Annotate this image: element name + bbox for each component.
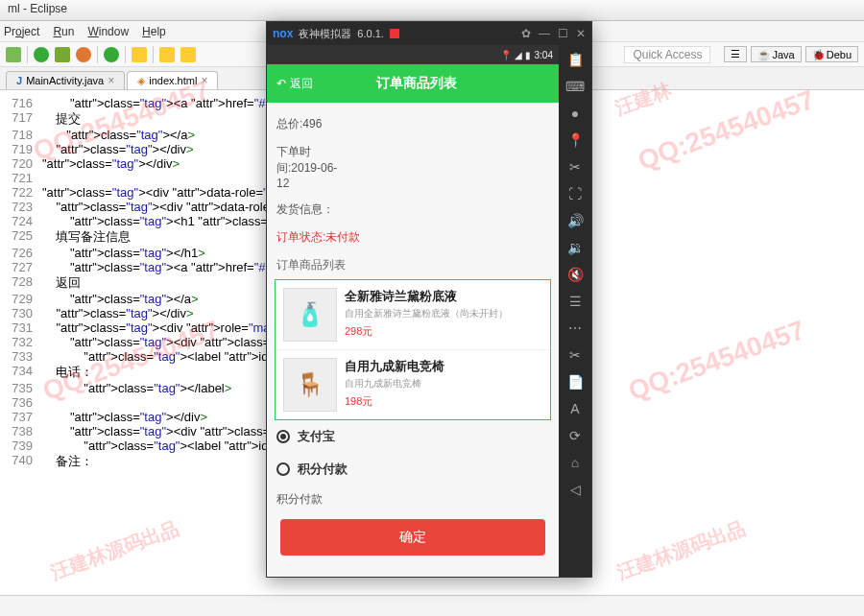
sidebar-tool-icon[interactable]: ✂ (566, 158, 584, 176)
product-price: 198元 (345, 394, 542, 409)
android-status-bar: 📍 ◢ ▮ 3:04 (267, 45, 559, 64)
nox-logo: nox (273, 27, 293, 40)
settings-icon[interactable]: ✿ (521, 27, 531, 40)
emulator-version: 6.0.1. (357, 28, 384, 39)
line-number: 733 (0, 349, 42, 364)
status-time: 3:04 (535, 50, 553, 60)
line-number: 725 (0, 228, 42, 246)
line-number: 716 (0, 96, 42, 110)
perspective-debug[interactable]: 🐞Debu (805, 46, 858, 62)
product-desc: 自用全新雅诗兰黛粉底液（尚未开封） (345, 307, 542, 320)
line-number: 740 (0, 453, 42, 470)
sidebar-tool-icon[interactable]: ⌨ (566, 78, 584, 95)
order-status: 订单状态:未付款 (275, 224, 551, 251)
sidebar-tool-icon[interactable]: ● (566, 105, 584, 122)
sidebar-tool-icon[interactable]: A (566, 400, 584, 417)
perspective-open-icon[interactable]: ☰ (724, 46, 747, 62)
line-number: 721 (0, 171, 42, 185)
phone-screen: 📍 ◢ ▮ 3:04 ↶ 返回 订单商品列表 总价:496 下单时 间:2019… (267, 45, 559, 577)
line-number: 723 (0, 200, 42, 214)
delivery-info: 发货信息： (275, 196, 551, 224)
run-icon[interactable] (34, 47, 49, 62)
line-number: 728 (0, 274, 42, 292)
debug-icon: 🐞 (812, 49, 824, 60)
ext-run-icon[interactable] (76, 47, 91, 62)
menu-help[interactable]: Help (142, 25, 166, 38)
sidebar-tool-icon[interactable]: ☰ (566, 293, 584, 310)
java-icon: ☕ (757, 49, 769, 60)
minimize-icon[interactable]: — (539, 27, 550, 40)
nav-fwd-icon[interactable] (180, 47, 196, 62)
status-bar (0, 595, 864, 616)
nav-back-icon[interactable] (159, 47, 175, 62)
total-price: 总价:496 (275, 110, 551, 138)
sidebar-tool-icon[interactable]: ⋯ (566, 320, 584, 337)
launch-icon[interactable] (104, 47, 119, 62)
line-number: 738 (0, 424, 42, 438)
back-button[interactable]: ↶ 返回 (276, 76, 313, 92)
close-icon[interactable]: × (108, 74, 114, 87)
product-list: 🧴 全新雅诗兰黛粉底液 自用全新雅诗兰黛粉底液（尚未开封） 298元 🪑 自用九… (275, 279, 551, 420)
menu-run[interactable]: Run (53, 25, 74, 38)
product-thumb: 🧴 (283, 288, 337, 342)
perspective-switcher: ☰ ☕Java 🐞Debu (724, 46, 858, 62)
product-name: 自用九成新电竞椅 (345, 358, 542, 375)
emulator-sidebar: 📋⌨●📍✂⛶🔊🔉🔇☰⋯✂📄A⟳⌂◁ (559, 45, 591, 577)
line-number: 735 (0, 381, 42, 395)
sidebar-tool-icon[interactable]: ⟳ (566, 427, 584, 444)
tab-index-html[interactable]: ◈index.html× (127, 71, 218, 89)
perspective-java[interactable]: ☕Java (751, 46, 801, 62)
window-title: ml - Eclipse (0, 0, 864, 21)
close-icon[interactable]: × (201, 74, 207, 87)
toolbar-icon[interactable] (6, 47, 21, 62)
line-number: 737 (0, 410, 42, 424)
search-icon[interactable] (132, 47, 147, 62)
quick-access-input[interactable]: Quick Access (624, 46, 710, 63)
pay-option[interactable]: 支付宝 (275, 420, 551, 453)
points-pay-label: 积分付款 (275, 486, 551, 513)
product-list-title: 订单商品列表 (275, 251, 551, 279)
radio-icon[interactable] (276, 462, 290, 476)
line-number: 718 (0, 128, 42, 142)
line-number: 724 (0, 214, 42, 228)
product-item[interactable]: 🧴 全新雅诗兰黛粉底液 自用全新雅诗兰黛粉底液（尚未开封） 298元 (276, 280, 550, 350)
status-icons: 📍 ◢ ▮ (500, 50, 531, 60)
app-title: 订单商品列表 (313, 75, 520, 92)
sidebar-tool-icon[interactable]: ⛶ (566, 185, 584, 202)
line-number: 729 (0, 292, 42, 306)
menu-window[interactable]: Window (87, 25, 129, 38)
line-number: 730 (0, 306, 42, 320)
confirm-button[interactable]: 确定 (280, 519, 545, 556)
radio-icon[interactable] (276, 430, 290, 443)
line-number: 726 (0, 246, 42, 260)
line-number: 732 (0, 335, 42, 349)
sidebar-tool-icon[interactable]: ⌂ (566, 454, 584, 471)
record-indicator-icon (390, 29, 399, 38)
tab-mainactivity[interactable]: JMainActivity.java× (6, 71, 125, 89)
line-number: 734 (0, 364, 42, 381)
pay-option[interactable]: 积分付款 (275, 453, 551, 486)
sidebar-tool-icon[interactable]: 📋 (566, 51, 584, 68)
product-item[interactable]: 🪑 自用九成新电竞椅 自用九成新电竞椅 198元 (276, 350, 550, 419)
java-file-icon: J (16, 75, 22, 86)
menu-project[interactable]: Project (4, 25, 39, 38)
sidebar-tool-icon[interactable]: 🔊 (566, 212, 584, 229)
sidebar-tool-icon[interactable]: 📍 (566, 131, 584, 149)
product-name: 全新雅诗兰黛粉底液 (345, 288, 542, 305)
emulator-title: 夜神模拟器 (299, 27, 351, 41)
sidebar-tool-icon[interactable]: ✂ (566, 346, 584, 364)
line-number: 736 (0, 395, 42, 410)
debug-icon[interactable] (55, 47, 70, 62)
pay-option-label: 支付宝 (298, 428, 335, 445)
sidebar-tool-icon[interactable]: ◁ (566, 481, 584, 498)
sidebar-tool-icon[interactable]: 🔇 (566, 266, 584, 283)
product-price: 298元 (345, 324, 542, 339)
app-body[interactable]: 总价:496 下单时 间:2019-06- 12 发货信息： 订单状态:未付款 … (267, 103, 559, 577)
maximize-icon[interactable]: ☐ (558, 27, 568, 40)
emulator-title-bar: nox 夜神模拟器 6.0.1. ✿ — ☐ ✕ (267, 22, 591, 45)
line-number: 727 (0, 260, 42, 274)
sidebar-tool-icon[interactable]: 🔉 (566, 239, 584, 256)
sidebar-tool-icon[interactable]: 📄 (566, 373, 584, 391)
order-time: 下单时 间:2019-06- 12 (275, 138, 551, 196)
close-icon[interactable]: ✕ (576, 27, 586, 40)
